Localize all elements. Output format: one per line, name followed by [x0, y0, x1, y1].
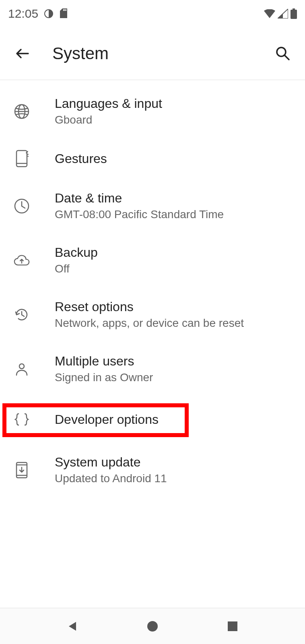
signal-icon — [278, 9, 288, 19]
setting-subtitle: GMT-08:00 Pacific Standard Time — [55, 208, 224, 221]
setting-title: Backup — [55, 245, 98, 260]
svg-point-17 — [147, 621, 158, 632]
setting-multiple-users[interactable]: Multiple users Signed in as Owner — [0, 342, 305, 396]
back-arrow-icon — [14, 46, 30, 61]
svg-point-13 — [19, 364, 24, 369]
page-title: System — [52, 44, 273, 63]
system-update-icon — [14, 462, 30, 478]
status-right — [264, 8, 297, 19]
nav-back-button[interactable] — [62, 616, 82, 636]
triangle-back-icon — [66, 620, 78, 632]
setting-subtitle: Off — [55, 262, 98, 275]
cloud-upload-icon — [14, 252, 30, 268]
status-left: 12:05 — [8, 7, 68, 21]
wifi-icon — [264, 9, 275, 18]
setting-text: Languages & input Gboard — [55, 96, 162, 126]
setting-title: Reset options — [55, 299, 244, 314]
setting-subtitle: Updated to Android 11 — [55, 472, 167, 485]
setting-backup[interactable]: Backup Off — [0, 233, 305, 287]
svg-rect-2 — [64, 9, 65, 11]
setting-subtitle: Signed in as Owner — [55, 371, 153, 384]
contrast-icon — [44, 9, 54, 19]
status-time: 12:05 — [8, 7, 38, 21]
setting-reset-options[interactable]: Reset options Network, apps, or device c… — [0, 287, 305, 342]
search-button[interactable] — [273, 43, 293, 64]
settings-list: Languages & input Gboard Gestures Date &… — [0, 80, 305, 608]
svg-rect-4 — [293, 8, 295, 10]
setting-title: Languages & input — [55, 96, 162, 111]
status-bar: 12:05 — [0, 0, 305, 27]
circle-home-icon — [146, 620, 159, 632]
svg-rect-10 — [16, 151, 27, 167]
svg-rect-1 — [63, 9, 64, 11]
setting-text: System update Updated to Android 11 — [55, 455, 167, 485]
svg-rect-5 — [291, 10, 297, 19]
setting-title: Gestures — [55, 151, 107, 166]
setting-subtitle: Gboard — [55, 114, 162, 126]
setting-text: Developer options — [55, 412, 159, 427]
svg-rect-3 — [66, 9, 66, 11]
header: System — [0, 27, 305, 80]
navigation-bar — [0, 608, 305, 644]
reset-icon — [14, 307, 30, 323]
search-icon — [275, 46, 291, 61]
setting-date-time[interactable]: Date & time GMT-08:00 Pacific Standard T… — [0, 179, 305, 233]
clock-icon — [14, 198, 30, 214]
nav-recent-button[interactable] — [223, 616, 243, 636]
setting-system-update[interactable]: System update Updated to Android 11 — [0, 443, 305, 497]
back-button[interactable] — [12, 43, 32, 64]
setting-title: Date & time — [55, 191, 224, 206]
setting-languages-input[interactable]: Languages & input Gboard — [0, 84, 305, 138]
setting-title: Multiple users — [55, 354, 153, 369]
nav-home-button[interactable] — [142, 616, 163, 636]
setting-title: Developer options — [55, 412, 159, 427]
svg-rect-18 — [228, 621, 237, 631]
setting-developer-options[interactable]: Developer options — [0, 396, 305, 443]
sd-card-icon — [59, 8, 68, 19]
setting-text: Backup Off — [55, 245, 98, 275]
setting-text: Reset options Network, apps, or device c… — [55, 299, 244, 330]
gestures-icon — [14, 151, 30, 167]
globe-icon — [14, 103, 30, 120]
setting-gestures[interactable]: Gestures — [0, 138, 305, 179]
setting-subtitle: Network, apps, or device can be reset — [55, 317, 244, 330]
setting-text: Date & time GMT-08:00 Pacific Standard T… — [55, 191, 224, 221]
user-icon — [14, 361, 30, 377]
battery-icon — [291, 8, 297, 19]
braces-icon — [14, 411, 30, 427]
setting-text: Multiple users Signed in as Owner — [55, 354, 153, 384]
square-recent-icon — [227, 620, 239, 632]
setting-text: Gestures — [55, 151, 107, 166]
setting-title: System update — [55, 455, 167, 470]
